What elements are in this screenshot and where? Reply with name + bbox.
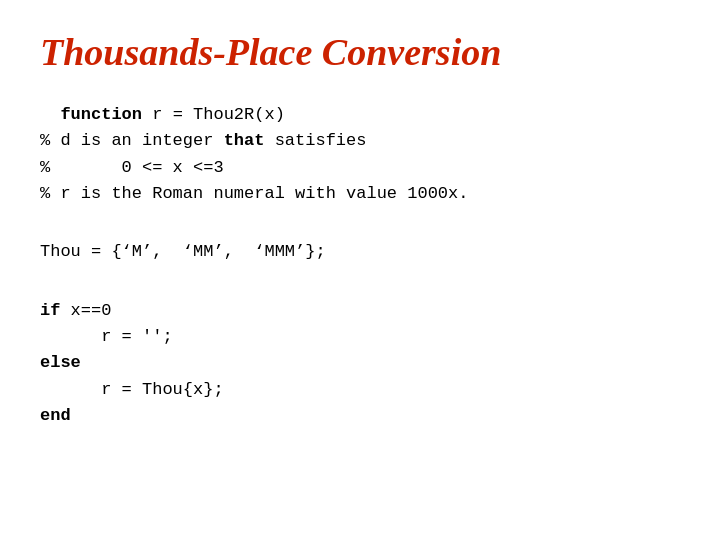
gap-2 [40,284,680,298]
code-line-thou: Thou = {‘M’, ‘MM’, ‘MMM’}; [40,239,680,265]
code-line-1: function r = Thou2R(x) [40,102,680,128]
code-section-function-header: function r = Thou2R(x) % d is an integer… [40,102,680,207]
code-section-if-else: if x==0 r = ''; else r = Thou{x}; end [40,298,680,430]
code-line-r-empty: r = ''; [40,324,680,350]
gap-1 [40,225,680,239]
code-line-r-thou: r = Thou{x}; [40,377,680,403]
code-line-4: % r is the Roman numeral with value 1000… [40,181,680,207]
code-line-2: % d is an integer that satisfies [40,128,680,154]
code-section-thou: Thou = {‘M’, ‘MM’, ‘MMM’}; [40,239,680,265]
code-line-3: % 0 <= x <=3 [40,155,680,181]
slide-title: Thousands-Place Conversion [40,30,680,74]
slide-container: Thousands-Place Conversion function r = … [0,0,720,540]
code-line-else: else [40,350,680,376]
code-line-if: if x==0 [40,298,680,324]
code-line-end: end [40,403,680,429]
